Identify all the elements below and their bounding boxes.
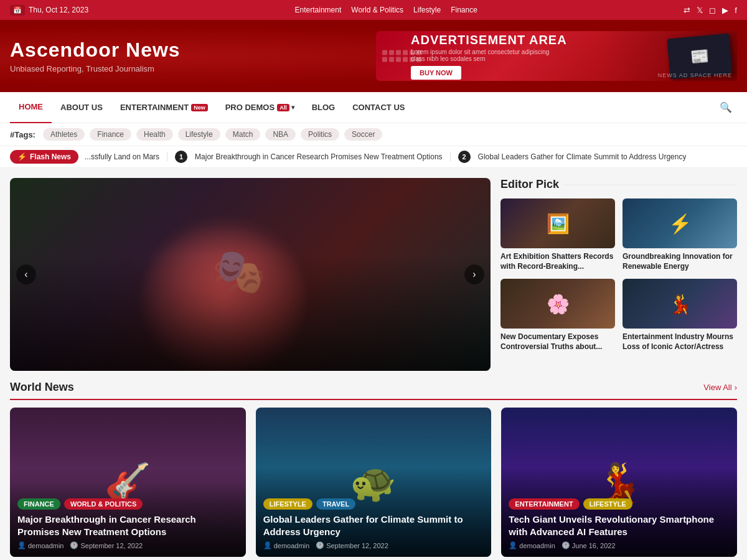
tag-athletes[interactable]: Athletes [43, 128, 85, 141]
main-navbar: HOME ABOUT US ENTERTAINMENT New PRO DEMO… [0, 92, 747, 123]
tag-politics[interactable]: Politics [301, 128, 339, 141]
tags-bar: #Tags: Athletes Finance Health Lifestyle… [0, 123, 747, 146]
clock-icon: 🕐 [316, 541, 324, 549]
editor-card-documentary-image: 🌸 [500, 279, 615, 329]
view-all-link[interactable]: View All › [703, 383, 737, 392]
topbar-left: 📅 Thu, Oct 12, 2023 [10, 5, 88, 16]
site-tagline: Unbiased Reporting, Trusted Journalism [10, 64, 181, 73]
entertainment-new-badge: New [191, 104, 208, 111]
news-card-cancer[interactable]: 🎸 FINANCE WORLD & POLITICS Major Breakth… [10, 408, 246, 557]
clock-icon: 🕐 [70, 541, 78, 549]
pro-demos-all-badge: All [277, 104, 289, 111]
tag-finance[interactable]: Finance [90, 128, 131, 141]
nav-blog[interactable]: BLOG [303, 92, 344, 123]
editor-card-art-title: Art Exhibition Shatters Records with Rec… [500, 252, 615, 271]
badge-world-politics: WORLD & POLITICS [64, 498, 143, 510]
clock-icon: 🕐 [561, 541, 570, 549]
flash-item-1[interactable]: Major Breakthrough in Cancer Research Pr… [195, 152, 443, 161]
editor-card-art[interactable]: 🖼️ Art Exhibition Shatters Records with … [500, 198, 615, 271]
flash-bolt-icon: ⚡ [17, 152, 27, 161]
topbar-date: Thu, Oct 12, 2023 [29, 6, 88, 14]
news-card-tech[interactable]: 💃 ENTERTAINMENT LIFESTYLE Tech Giant Unv… [501, 408, 737, 557]
author-info: 👤 demoadmin [509, 541, 555, 549]
topbar-nav-worldpolitics[interactable]: World & Politics [351, 6, 403, 14]
site-title: Ascendoor News [10, 39, 181, 62]
slider-next-button[interactable]: › [464, 264, 484, 284]
ad-footer-label: NEWS AD SPACE HERE [658, 72, 732, 78]
tag-nba[interactable]: NBA [265, 128, 296, 141]
news-card-climate-title: Global Leaders Gather for Climate Summit… [263, 513, 484, 538]
news-card-climate-meta: 👤 demoadmin 🕐 September 12, 2022 [263, 541, 484, 549]
ad-decoration [382, 50, 421, 62]
date-info: 🕐 September 12, 2022 [316, 541, 388, 549]
flash-num-1: 1 [175, 151, 187, 163]
news-card-cancer-content: FINANCE WORLD & POLITICS Major Breakthro… [10, 491, 246, 557]
editor-card-entertainment-image: 💃 [622, 279, 737, 329]
topbar-nav: Entertainment World & Politics Lifestyle… [295, 6, 477, 14]
main-content: 🎭 ‹ › EDUCATION LIFESTYLE Financial Mark… [0, 168, 747, 381]
twitter-icon[interactable]: 𝕏 [697, 6, 703, 15]
slider-prev-button[interactable]: ‹ [16, 264, 36, 284]
shuffle-icon[interactable]: ⇄ [684, 6, 690, 15]
tag-match[interactable]: Match [225, 128, 261, 141]
news-card-climate[interactable]: 🐢 LIFESTYLE TRAVEL Global Leaders Gather… [256, 408, 492, 557]
youtube-icon[interactable]: ▶ [722, 6, 728, 15]
entertainment-image-placeholder: 💃 [622, 279, 737, 329]
search-button[interactable]: 🔍 [715, 99, 737, 116]
news-card-climate-content: LIFESTYLE TRAVEL Global Leaders Gather f… [256, 491, 492, 557]
tag-soccer[interactable]: Soccer [344, 128, 382, 141]
facebook-icon[interactable]: f [735, 6, 737, 15]
author-info: 👤 demoadmin [263, 541, 309, 549]
date-info: 🕐 September 12, 2022 [70, 541, 143, 549]
editor-pick-section: Editor Pick 🖼️ Art Exhibition Shatters R… [500, 178, 737, 371]
renewable-image-placeholder: ⚡ [622, 198, 737, 248]
ad-buy-button[interactable]: BUY NOW [411, 66, 461, 80]
editor-card-renewable[interactable]: ⚡ Groundbreaking Innovation for Renewabl… [622, 198, 737, 271]
news-card-tech-title: Tech Giant Unveils Revolutionary Smartph… [509, 513, 730, 538]
author-icon: 👤 [263, 541, 272, 549]
badge-lifestyle: LIFESTYLE [583, 498, 632, 510]
news-card-tech-badges: ENTERTAINMENT LIFESTYLE [509, 498, 730, 510]
topbar-nav-lifestyle[interactable]: Lifestyle [413, 6, 441, 14]
site-branding: Ascendoor News Unbiased Reporting, Trust… [10, 39, 181, 73]
world-news-grid: 🎸 FINANCE WORLD & POLITICS Major Breakth… [10, 408, 737, 557]
news-card-tech-meta: 👤 demoadmin 🕐 June 16, 2022 [509, 541, 730, 549]
nav-links: HOME ABOUT US ENTERTAINMENT New PRO DEMO… [10, 92, 413, 123]
tags-label: #Tags: [10, 130, 35, 139]
nav-about[interactable]: ABOUT US [52, 92, 111, 123]
editor-card-entertainment-title: Entertainment Industry Mourns Loss of Ic… [622, 332, 737, 352]
nav-entertainment[interactable]: ENTERTAINMENT New [111, 92, 217, 123]
topbar-nav-entertainment[interactable]: Entertainment [295, 6, 342, 14]
badge-lifestyle: LIFESTYLE [263, 498, 312, 510]
flash-prefix: ...ssfully Land on Mars [85, 152, 159, 161]
flash-item-2[interactable]: Global Leaders Gather for Climate Summit… [478, 152, 687, 161]
editor-card-renewable-title: Groundbreaking Innovation for Renewable … [622, 252, 737, 271]
tag-health[interactable]: Health [136, 128, 173, 141]
flash-items: ...ssfully Land on Mars 1 Major Breakthr… [85, 151, 686, 163]
calendar-icon: 📅 [10, 5, 25, 16]
ad-banner[interactable]: ADVERTISEMENT AREA Lorem ipsum dolor sit… [376, 31, 737, 81]
nav-pro-demos[interactable]: PRO DEMOS All ▾ [217, 92, 303, 123]
editor-card-entertainment[interactable]: 💃 Entertainment Industry Mourns Loss of … [622, 279, 737, 352]
date-info: 🕐 June 16, 2022 [561, 541, 616, 549]
topbar-social-icons: ⇄ 𝕏 ◻ ▶ f [684, 6, 737, 15]
badge-entertainment: ENTERTAINMENT [509, 498, 579, 510]
editor-card-art-image: 🖼️ [500, 198, 615, 248]
editor-card-documentary-title: New Documentary Exposes Controversial Tr… [500, 332, 615, 352]
news-card-cancer-meta: 👤 demoadmin 🕐 September 12, 2022 [17, 541, 238, 549]
news-card-cancer-title: Major Breakthrough in Cancer Research Pr… [17, 513, 238, 538]
editor-card-documentary[interactable]: 🌸 New Documentary Exposes Controversial … [500, 279, 615, 352]
author-icon: 👤 [509, 541, 517, 549]
flash-num-2: 2 [458, 151, 471, 163]
nav-contact[interactable]: CONTACT US [344, 92, 413, 123]
tag-lifestyle[interactable]: Lifestyle [178, 128, 220, 141]
hero-overlay [10, 178, 491, 371]
flash-news-label: ⚡ Flash News [10, 150, 78, 164]
instagram-icon[interactable]: ◻ [709, 6, 716, 15]
ad-subtitle: Lorem ipsum dolor sit amet consectetur a… [411, 49, 560, 62]
topbar-nav-finance[interactable]: Finance [451, 6, 477, 14]
nav-home[interactable]: HOME [10, 92, 52, 123]
documentary-image-placeholder: 🌸 [500, 279, 615, 329]
editor-card-renewable-image: ⚡ [622, 198, 737, 248]
world-news-section: World News View All › 🎸 FINANCE WORLD & … [0, 381, 747, 560]
